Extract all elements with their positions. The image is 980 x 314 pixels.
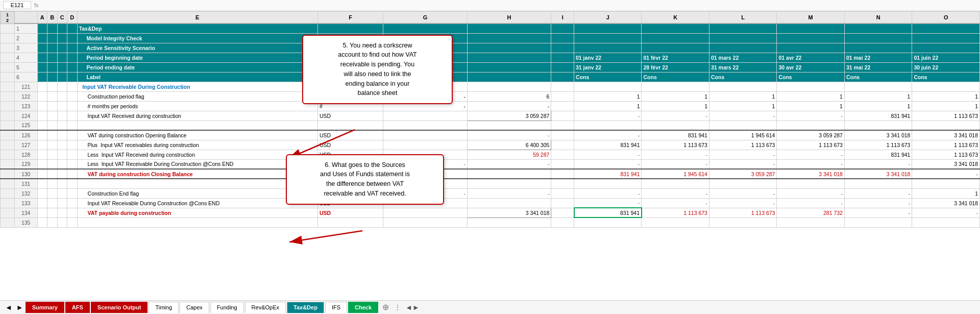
row-4: 4 Period beginning date Date 01 janv 22 … — [1, 53, 980, 62]
col-o-header: O — [912, 11, 980, 23]
row-134: 134 VAT payable during construction USD … — [1, 208, 980, 218]
r126-j: - — [574, 130, 642, 140]
r122-k: 1 — [642, 91, 709, 101]
r132-h: - — [467, 188, 551, 198]
r126-h: - — [467, 130, 551, 140]
tab-check[interactable]: Check — [348, 302, 378, 313]
r124-j: - — [574, 111, 642, 120]
row-1: 1 Tax&Dep — [1, 23, 980, 33]
row-121: 121 Input VAT Receivable During Construc… — [1, 82, 980, 91]
r124-h: 3 059 287 — [467, 111, 551, 120]
row-num-1: 1 — [14, 23, 37, 33]
group-indent — [1, 33, 15, 43]
col-h-header: H — [467, 11, 551, 23]
tab-capex[interactable]: Capex — [180, 302, 209, 313]
r2-j — [574, 33, 642, 43]
tab-summary[interactable]: Summary — [26, 302, 64, 313]
r1-c — [57, 23, 67, 33]
r1-k — [642, 23, 709, 33]
r129-k: - — [642, 159, 709, 169]
row-2: 2 Model Integrity Check OK — [1, 33, 980, 43]
row-122: 122 Construction period flag flag - 6 1 … — [1, 91, 980, 101]
r128-m: - — [777, 150, 844, 159]
scroll-left-arrow[interactable]: ◄ — [405, 303, 412, 311]
tab-add[interactable]: ⊕ — [379, 302, 392, 312]
r123-e: # months per periods — [77, 101, 317, 111]
r122-n: 1 — [844, 91, 912, 101]
r1-f — [317, 23, 383, 33]
r130-k: 1 945 614 — [642, 169, 709, 179]
r130-j: 831 941 — [574, 169, 642, 179]
r3-e: Active Sensitivity Scenario — [77, 43, 317, 53]
row-num-2: 2 — [14, 33, 37, 43]
r124-n: 831 941 — [844, 111, 912, 120]
r5-l: 31 mars 22 — [709, 62, 776, 72]
r5-k: 28 févr 22 — [642, 62, 709, 72]
r124-e: Input VAT Received during construction — [77, 111, 317, 120]
tab-scroll-left[interactable]: ◄ — [3, 303, 14, 311]
r130-e: VAT during construction Closing Balance — [77, 169, 317, 179]
r124-g — [383, 111, 468, 120]
app-container: fx — [0, 0, 980, 314]
tab-revopex[interactable]: Rev&OpEx — [245, 302, 286, 313]
svg-line-2 — [289, 231, 362, 242]
r2-a — [37, 33, 47, 43]
tab-bar: ◄ ► Summary AFS Scenario Output Timing C… — [0, 300, 980, 314]
callout-2: 6. What goes to the Sources and Uses of … — [286, 154, 444, 205]
r122-e: Construction period flag — [77, 91, 317, 101]
col-m-header: M — [777, 11, 844, 23]
row-6: 6 Label Units Cons Cons Cons Cons Cons C… — [1, 72, 980, 82]
r128-pre: Less — [88, 152, 99, 158]
r130-n: 3 341 018 — [844, 169, 912, 179]
tab-timing[interactable]: Timing — [149, 302, 179, 313]
col-k-header: K — [642, 11, 709, 23]
r124-o: 1 113 673 — [912, 111, 980, 120]
tab-dots[interactable]: ⋮ — [392, 303, 403, 311]
row-5: 5 Period ending date Date 31 janv 22 28 … — [1, 62, 980, 72]
r1-i — [551, 23, 574, 33]
tab-scenario-output[interactable]: Scenario Output — [91, 302, 148, 313]
r126-o: 3 341 018 — [912, 130, 980, 140]
r127-n: 1 113 673 — [844, 140, 912, 150]
r2-l — [709, 33, 776, 43]
r127-g — [383, 140, 468, 150]
r126-g — [383, 130, 468, 140]
col-i-header: I — [551, 11, 574, 23]
col-e-header: E — [77, 11, 317, 23]
r129-l: - — [709, 159, 776, 169]
tab-nav: ◄ ► — [3, 303, 26, 311]
r1-a — [37, 23, 47, 33]
r2-m — [777, 33, 844, 43]
col-j-header: J — [574, 11, 642, 23]
r4-n: 01 mai 22 — [844, 53, 912, 62]
r6-n: Cons — [844, 72, 912, 82]
r123-j: 1 — [574, 101, 642, 111]
r1-e: Tax&Dep — [77, 23, 317, 33]
col-f-header: F — [317, 11, 383, 23]
column-headers-row: 1 2 A B C D E F G H I J K L M N O — [1, 11, 980, 23]
r4-m: 01 avr 22 — [777, 53, 844, 62]
r126-f: USD — [317, 130, 383, 140]
r1-l — [709, 23, 776, 33]
r5-n: 31 mai 22 — [844, 62, 912, 72]
r134-l: 1 113 673 — [709, 208, 776, 218]
r132-n: - — [844, 188, 912, 198]
r129-e: LessInput VAT Receivable During Construc… — [77, 159, 317, 169]
r6-o: Cons — [912, 72, 980, 82]
r4-o: 01 juin 22 — [912, 53, 980, 62]
r5-j: 31 janv 22 — [574, 62, 642, 72]
r2-n — [844, 33, 912, 43]
scroll-right-arrow[interactable]: ► — [412, 303, 420, 311]
tab-afs[interactable]: AFS — [65, 302, 90, 313]
r4-l: 01 mars 22 — [709, 53, 776, 62]
r134-h: 3 341 018 — [467, 208, 551, 218]
tab-funding[interactable]: Funding — [210, 302, 244, 313]
tab-taxdep[interactable]: Tax&Dep — [287, 302, 324, 313]
r124-k: - — [642, 111, 709, 120]
r127-e: PlusInput VAT receivables during constru… — [77, 140, 317, 150]
tab-scroll-right[interactable]: ► — [14, 303, 26, 311]
cell-reference-box[interactable] — [3, 1, 31, 9]
col-c-header: C — [57, 11, 67, 23]
r130-o: - — [912, 169, 980, 179]
tab-ifs[interactable]: IFS — [325, 302, 347, 313]
